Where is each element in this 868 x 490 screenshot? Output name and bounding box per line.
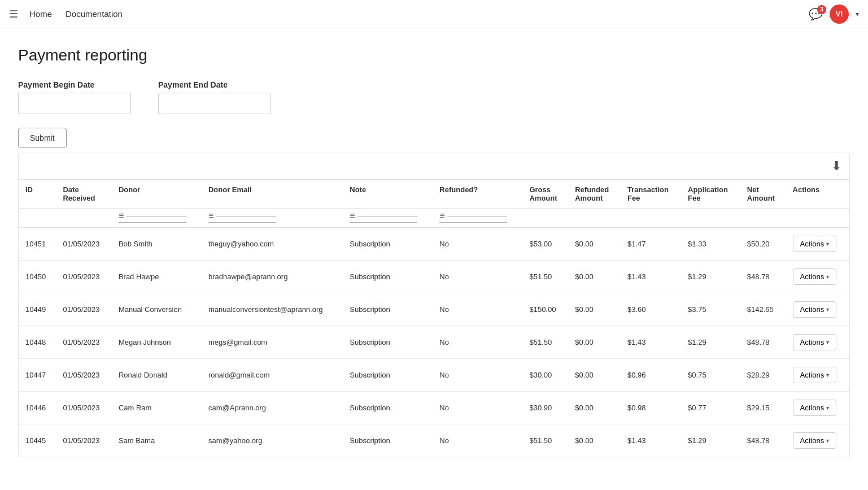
cell-refunded: No <box>433 424 522 457</box>
col-header-refunded: Refunded? <box>433 180 522 209</box>
nav-home-link[interactable]: Home <box>29 9 52 19</box>
end-date-input[interactable] <box>158 93 271 114</box>
cell-date: 01/05/2023 <box>56 392 111 424</box>
cell-note: Subscription <box>343 392 433 424</box>
payment-table-container: ⬇︎ ID DateReceived Donor Donor Email Not… <box>18 153 850 457</box>
refunded-filter-icon: ≡ <box>439 211 444 221</box>
cell-gross-amount: $150.00 <box>522 293 568 326</box>
cell-application-fee: $1.33 <box>681 228 740 261</box>
cell-note: Subscription <box>343 326 433 359</box>
cell-note: Subscription <box>343 424 433 457</box>
submit-button[interactable]: Submit <box>18 128 67 148</box>
col-header-actions: Actions <box>786 180 849 209</box>
cell-refunded-amount: $0.00 <box>568 228 621 261</box>
actions-button[interactable]: Actions ▾ <box>793 400 837 416</box>
begin-date-input[interactable] <box>18 93 131 114</box>
page-title: Payment reporting <box>18 46 850 64</box>
col-header-date: DateReceived <box>56 180 111 209</box>
payment-table: ID DateReceived Donor Donor Email Note R… <box>19 180 849 457</box>
donor-filter-icon: ≡ <box>119 211 124 221</box>
cell-application-fee: $0.75 <box>681 359 740 392</box>
col-header-id: ID <box>19 180 56 209</box>
avatar-chevron-icon[interactable]: ▾ <box>856 10 859 18</box>
actions-button[interactable]: Actions ▾ <box>793 432 837 449</box>
cell-net-amount: $48.78 <box>740 261 786 293</box>
cell-refunded-amount: $0.00 <box>568 359 621 392</box>
cell-id: 10445 <box>19 424 56 457</box>
table-toolbar: ⬇︎ <box>19 153 849 180</box>
download-icon: ⬇︎ <box>831 159 841 173</box>
cell-donor-email: ronald@gmail.com <box>202 359 343 392</box>
avatar[interactable]: VI <box>830 5 849 24</box>
actions-chevron-icon: ▾ <box>826 339 829 345</box>
cell-transaction-fee: $0.96 <box>621 359 681 392</box>
table-row: 10448 01/05/2023 Megan Johnson megs@gmai… <box>19 326 849 359</box>
cell-actions: Actions ▾ <box>786 261 849 293</box>
notification-button[interactable]: 💬 3 <box>809 7 823 21</box>
cell-net-amount: $28.29 <box>740 359 786 392</box>
table-row: 10450 01/05/2023 Brad Hawpe bradhawpe@ap… <box>19 261 849 293</box>
cell-actions: Actions ▾ <box>786 424 849 457</box>
col-header-donor: Donor <box>112 180 202 209</box>
cell-actions: Actions ▾ <box>786 359 849 392</box>
donor-filter-input[interactable]: ≡ <box>119 211 186 223</box>
col-header-refunded-amount: RefundedAmount <box>568 180 621 209</box>
actions-button[interactable]: Actions ▾ <box>793 268 837 285</box>
cell-donor-email: cam@Aprann.org <box>202 392 343 424</box>
actions-chevron-icon: ▾ <box>826 241 829 247</box>
cell-net-amount: $48.78 <box>740 424 786 457</box>
actions-label: Actions <box>800 240 825 248</box>
note-filter-input[interactable]: ≡ <box>350 211 417 223</box>
table-row: 10447 01/05/2023 Ronald Donald ronald@gm… <box>19 359 849 392</box>
cell-refunded-amount: $0.00 <box>568 261 621 293</box>
cell-application-fee: $1.29 <box>681 261 740 293</box>
cell-transaction-fee: $3.60 <box>621 293 681 326</box>
cell-application-fee: $0.77 <box>681 392 740 424</box>
cell-donor: Ronald Donald <box>112 359 202 392</box>
table-row: 10445 01/05/2023 Sam Bama sam@yahoo.org … <box>19 424 849 457</box>
download-button[interactable]: ⬇︎ <box>831 159 841 174</box>
col-header-application-fee: ApplicationFee <box>681 180 740 209</box>
cell-net-amount: $142.65 <box>740 293 786 326</box>
actions-label: Actions <box>800 404 825 412</box>
cell-gross-amount: $30.00 <box>522 359 568 392</box>
cell-gross-amount: $51.50 <box>522 424 568 457</box>
cell-refunded: No <box>433 392 522 424</box>
cell-application-fee: $1.29 <box>681 326 740 359</box>
cell-refunded: No <box>433 359 522 392</box>
cell-net-amount: $48.78 <box>740 326 786 359</box>
actions-label: Actions <box>800 272 825 281</box>
cell-refunded: No <box>433 293 522 326</box>
refunded-filter-input[interactable]: ≡ <box>439 211 507 223</box>
col-header-note: Note <box>343 180 433 209</box>
actions-button[interactable]: Actions ▾ <box>793 236 837 252</box>
donor-email-filter-input[interactable]: ≡ <box>208 211 276 223</box>
nav-documentation-link[interactable]: Documentation <box>66 9 123 19</box>
table-filter-row: ≡ ≡ ≡ <box>19 209 849 228</box>
cell-transaction-fee: $1.43 <box>621 261 681 293</box>
actions-button[interactable]: Actions ▾ <box>793 301 837 318</box>
col-header-net-amount: NetAmount <box>740 180 786 209</box>
cell-donor: Megan Johnson <box>112 326 202 359</box>
cell-donor: Sam Bama <box>112 424 202 457</box>
hamburger-menu-icon[interactable]: ☰ <box>9 8 18 20</box>
cell-refunded-amount: $0.00 <box>568 392 621 424</box>
actions-button[interactable]: Actions ▾ <box>793 334 837 350</box>
filter-form: Payment Begin Date Payment End Date <box>18 80 850 114</box>
actions-chevron-icon: ▾ <box>826 274 829 280</box>
actions-label: Actions <box>800 436 825 445</box>
actions-button[interactable]: Actions ▾ <box>793 367 837 383</box>
end-date-label: Payment End Date <box>158 80 271 89</box>
cell-donor-email: megs@gmail.com <box>202 326 343 359</box>
notification-badge: 3 <box>817 5 826 14</box>
cell-application-fee: $3.75 <box>681 293 740 326</box>
cell-note: Subscription <box>343 228 433 261</box>
col-header-transaction-fee: TransactionFee <box>621 180 681 209</box>
cell-refunded-amount: $0.00 <box>568 293 621 326</box>
note-filter-icon: ≡ <box>350 211 355 221</box>
cell-id: 10446 <box>19 392 56 424</box>
table-header-row: ID DateReceived Donor Donor Email Note R… <box>19 180 849 209</box>
cell-id: 10451 <box>19 228 56 261</box>
cell-date: 01/05/2023 <box>56 228 111 261</box>
cell-transaction-fee: $1.43 <box>621 424 681 457</box>
